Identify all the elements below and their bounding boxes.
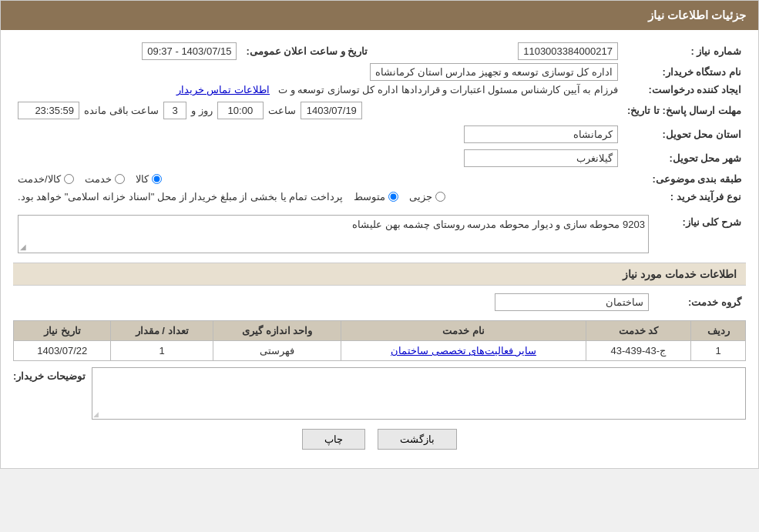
cell-row: 1 (691, 341, 746, 361)
category-kala-label: کالا (136, 173, 149, 185)
purchase-type-jozyi-label: جزیی (409, 191, 432, 202)
main-content: شماره نیاز : 1103003384000217 تاریخ و سا… (1, 30, 758, 468)
delivery-city-value: گیلانغرب (464, 149, 618, 167)
cell-quantity: 1 (111, 341, 213, 361)
reply-days-label: روز و (191, 105, 213, 116)
cell-code: ج-43-439-43 (586, 341, 691, 361)
needs-description-label: شرح کلی نیاز: (653, 212, 746, 256)
resize-handle-icon-2: ◢ (93, 410, 99, 418)
creator-contact-link[interactable]: اطلاعات تماس خریدار (176, 84, 270, 95)
cell-date: 1403/07/22 (14, 341, 111, 361)
buyer-description-label: توضیحات خریدار: (13, 367, 86, 382)
purchase-type-jozyi: جزیی (409, 191, 445, 202)
reply-deadline-label: مهلت ارسال پاسخ: تا تاریخ: (623, 99, 746, 122)
category-kala-radio[interactable] (152, 174, 162, 184)
reply-remaining-label: ساعت باقی مانده (84, 105, 159, 116)
page-wrapper: جزئیات اطلاعات نیاز شماره نیاز : 1103003… (0, 0, 759, 469)
announcement-value: 1403/07/15 - 09:37 (142, 42, 237, 60)
category-kala-khedmat-radio[interactable] (64, 174, 74, 184)
service-group-value: ساختمان (495, 293, 649, 311)
creator-value: فرزام به آیین کارشناس مسئول اعتبارات و ق… (278, 84, 618, 95)
category-radio-group: کالا/خدمت خدمت کالا (18, 173, 618, 185)
col-header-date: تاریخ نیاز (14, 321, 111, 341)
page-title: جزئیات اطلاعات نیاز (648, 8, 746, 22)
needs-description-value: 9203 محوطه سازی و دیوار محوطه مدرسه روست… (352, 219, 645, 230)
category-kala-khedmat: کالا/خدمت (18, 173, 74, 185)
reply-time: 10:00 (217, 102, 264, 119)
category-kala: کالا (136, 173, 162, 185)
needs-description-table: شرح کلی نیاز: 9203 محوطه سازی و دیوار مح… (13, 212, 746, 256)
purchase-type-radio-group: پرداخت تمام یا بخشی از مبلغ خریدار از مح… (18, 191, 618, 202)
col-header-name: نام خدمت (341, 321, 586, 341)
service-group-label: گروه خدمت: (653, 290, 746, 314)
purchase-type-jozyi-radio[interactable] (435, 192, 445, 202)
category-label: طبقه بندی موضوعی: (623, 170, 746, 188)
need-number-label: شماره نیاز : (623, 39, 746, 63)
purchase-type-motavasset: متوسط (354, 191, 398, 202)
col-header-code: کد خدمت (586, 321, 691, 341)
reply-remaining: 23:35:59 (18, 102, 79, 119)
button-row: چاپ بازگشت (13, 429, 746, 450)
needs-description-box: 9203 محوطه سازی و دیوار محوطه مدرسه روست… (18, 215, 649, 253)
category-khedmat-radio[interactable] (115, 174, 125, 184)
services-section-title: اطلاعات خدمات مورد نیاز (13, 263, 746, 286)
delivery-province-label: استان محل تحویل: (623, 122, 746, 146)
buyer-description-box: ◢ (92, 367, 746, 420)
buyer-org-label: نام دستگاه خریدار: (623, 63, 746, 81)
print-button[interactable]: چاپ (302, 429, 365, 450)
col-header-unit: واحد اندازه گیری (213, 321, 341, 341)
cell-unit: فهرستی (213, 341, 341, 361)
resize-handle-icon: ◢ (20, 243, 26, 251)
category-khedmat-label: خدمت (85, 173, 112, 185)
service-group-table: گروه خدمت: ساختمان (13, 290, 746, 314)
announcement-label: تاریخ و ساعت اعلان عمومی: (241, 39, 383, 63)
info-table: شماره نیاز : 1103003384000217 تاریخ و سا… (13, 39, 746, 206)
purchase-type-motavasset-radio[interactable] (388, 192, 398, 202)
creator-label: ایجاد کننده درخواست: (623, 81, 746, 99)
purchase-note-text: پرداخت تمام یا بخشی از مبلغ خریدار از مح… (18, 191, 343, 202)
buyer-description-section: توضیحات خریدار: ◢ (13, 367, 746, 420)
category-kala-khedmat-label: کالا/خدمت (18, 173, 61, 185)
service-name-link[interactable]: سایر فعالیت‌های تخصصی ساختمان (391, 345, 536, 356)
need-number-value: 1103003384000217 (518, 42, 618, 60)
back-button[interactable]: بازگشت (378, 429, 457, 450)
page-header: جزئیات اطلاعات نیاز (1, 1, 758, 30)
reply-date: 1403/07/19 (301, 102, 362, 119)
services-table: ردیف کد خدمت نام خدمت واحد اندازه گیری ت… (13, 320, 746, 361)
col-header-row: ردیف (691, 321, 746, 341)
delivery-province-value: کرمانشاه (464, 125, 618, 143)
purchase-type-motavasset-label: متوسط (354, 191, 385, 202)
reply-days: 3 (163, 102, 186, 119)
buyer-org-value: اداره کل توسازی توسعه و تجهیز مدارس استا… (370, 63, 618, 81)
reply-time-label: ساعت (268, 105, 296, 116)
cell-name: سایر فعالیت‌های تخصصی ساختمان (341, 341, 586, 361)
purchase-type-label: نوع فرآیند خرید : (623, 188, 746, 206)
delivery-city-label: شهر محل تحویل: (623, 146, 746, 170)
col-header-quantity: تعداد / مقدار (111, 321, 213, 341)
category-khedmat: خدمت (85, 173, 125, 185)
table-row: 1 ج-43-439-43 سایر فعالیت‌های تخصصی ساخت… (14, 341, 746, 361)
purchase-note-item: پرداخت تمام یا بخشی از مبلغ خریدار از مح… (18, 191, 343, 202)
